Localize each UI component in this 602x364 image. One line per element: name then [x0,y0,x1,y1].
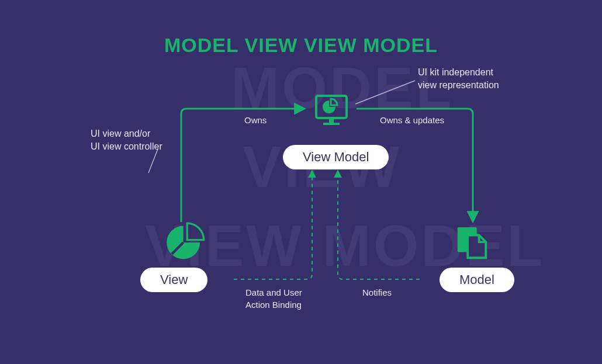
diagram-title: MODEL VIEW VIEW MODEL [0,34,602,57]
desc-view: UI view and/or UI view controller [91,127,162,154]
svg-rect-3 [323,123,340,125]
node-viewmodel-label: View Model [303,150,369,164]
monitor-chart-icon [313,92,350,130]
mvvm-diagram: MODEL VIEW VIEW MODEL MODEL VIEW VIEW MO… [0,0,602,364]
svg-rect-2 [329,118,334,123]
node-model: Model [440,268,514,292]
documents-icon [454,225,490,261]
edge-owns-updates: Owns & updates [380,114,444,126]
edge-notifies: Notifies [362,286,392,299]
node-view: View [140,268,207,292]
desc-viewmodel: UI kit independent view representation [418,66,499,92]
node-model-label: Model [459,272,494,287]
edge-binding: Data and User Action Binding [245,286,302,311]
node-view-label: View [160,272,188,287]
node-viewmodel: View Model [283,145,389,169]
edge-owns: Owns [244,114,267,126]
pie-chart-icon [165,222,206,263]
